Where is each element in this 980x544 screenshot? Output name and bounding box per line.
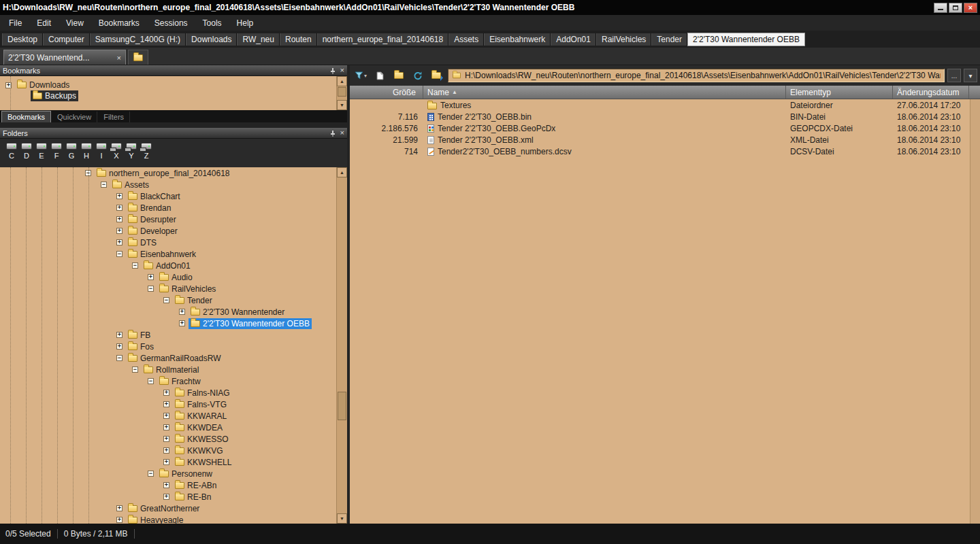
tree-item[interactable]: + KKWKVG	[0, 445, 347, 456]
breadcrumb-item[interactable]: Tender	[651, 33, 687, 46]
file-row[interactable]: 7.116 Tender 2'2'T30_OEBB.bin BIN-Datei …	[350, 111, 980, 122]
folders-scrollbar[interactable]: ▲ ▼	[336, 167, 347, 524]
breadcrumb-item[interactable]: RailVehicles	[596, 33, 651, 46]
menu-item[interactable]: Sessions	[147, 16, 195, 30]
expand-toggle-icon[interactable]: +	[163, 436, 169, 442]
file-row[interactable]: 21.599 Tender 2'2'T30_OEBB.xml XML-Datei…	[350, 134, 980, 146]
close-button[interactable]: ×	[964, 3, 977, 13]
tree-item[interactable]: + KKWARAL	[0, 410, 347, 422]
panel-close-icon[interactable]: ×	[340, 129, 344, 137]
tree-item[interactable]: − AddOn01	[0, 260, 347, 271]
expand-toggle-icon[interactable]: +	[116, 517, 122, 523]
tree-item[interactable]: + Audio	[0, 271, 347, 283]
drive-button[interactable]: G	[64, 143, 79, 160]
tree-item[interactable]: − Tender	[0, 294, 347, 306]
expand-toggle-icon[interactable]: +	[116, 505, 122, 511]
tree-item[interactable]: + KKWSHELL	[0, 456, 347, 468]
expand-toggle-icon[interactable]: +	[116, 205, 122, 211]
breadcrumb-item[interactable]: RW_neu	[237, 33, 279, 46]
tab-close-icon[interactable]: ×	[117, 54, 121, 62]
bookmark-item[interactable]: + Downloads	[0, 80, 347, 90]
column-header[interactable]: Größe	[350, 86, 423, 99]
expand-toggle-icon[interactable]: +	[148, 274, 154, 280]
expand-toggle-icon[interactable]: −	[148, 471, 154, 477]
tree-item[interactable]: − Assets	[0, 179, 347, 190]
panel-tab[interactable]: Filters	[98, 112, 130, 122]
file-list-scrollbar[interactable]	[970, 99, 980, 524]
horizontal-splitter[interactable]	[0, 122, 347, 128]
tree-item[interactable]: + Falns-NIAG	[0, 387, 347, 398]
panel-close-icon[interactable]: ×	[340, 67, 344, 74]
expand-toggle-icon[interactable]: +	[116, 332, 122, 338]
tree-item[interactable]: + FB	[0, 329, 347, 341]
folder-go-button[interactable]	[429, 68, 445, 83]
tree-item[interactable]: + BlackChart	[0, 190, 347, 202]
expand-toggle-icon[interactable]: −	[148, 286, 154, 292]
folder-tab[interactable]: 2'2'T30 Wannentend... ×	[3, 50, 126, 65]
expand-toggle-icon[interactable]: +	[163, 401, 169, 407]
tree-item[interactable]: + Brendan	[0, 202, 347, 214]
menu-item[interactable]: Edit	[29, 16, 59, 30]
tree-item[interactable]: + Fos	[0, 341, 347, 352]
file-row[interactable]: 2.186.576 Tender 2'2'T30_OEBB.GeoPcDx GE…	[350, 122, 980, 134]
expand-toggle-icon[interactable]: +	[116, 216, 122, 222]
tree-item[interactable]: + RE-Bn	[0, 491, 347, 503]
expand-toggle-icon[interactable]: −	[132, 367, 138, 373]
tree-item[interactable]: + DTS	[0, 237, 347, 248]
column-header[interactable]: Elementtyp	[786, 86, 893, 99]
tree-item[interactable]: + 2'2'T30 Wannentender OEBB	[0, 318, 347, 329]
breadcrumb-item[interactable]: northern_europe_final_20140618	[317, 33, 449, 46]
expand-toggle-icon[interactable]: +	[163, 459, 169, 465]
expand-toggle-icon[interactable]: +	[163, 424, 169, 430]
breadcrumb-item[interactable]: Eisenbahnwerk	[484, 33, 551, 46]
expand-toggle-icon[interactable]: +	[179, 320, 185, 326]
expand-toggle-icon[interactable]: +	[116, 343, 122, 350]
tree-item[interactable]: − Eisenbahnwerk	[0, 248, 347, 260]
menu-item[interactable]: Help	[229, 16, 261, 30]
panel-tab[interactable]: Quickview	[52, 112, 97, 122]
drive-button[interactable]: I	[94, 143, 109, 160]
column-header[interactable]: Name ▲	[423, 86, 786, 99]
expand-toggle-icon[interactable]: +	[116, 228, 122, 234]
breadcrumb-item[interactable]: Routen	[280, 33, 317, 46]
drive-button[interactable]: X	[109, 143, 124, 160]
expand-toggle-icon[interactable]: +	[163, 494, 169, 500]
scroll-down-icon[interactable]: ▼	[337, 513, 347, 524]
tree-item[interactable]: + GreatNortherner	[0, 503, 347, 514]
tree-item[interactable]: + Desrupter	[0, 214, 347, 225]
expand-toggle-icon[interactable]: +	[163, 413, 169, 419]
breadcrumb-item[interactable]: Desktop	[2, 33, 43, 46]
column-header[interactable]: Änderungsdatum	[893, 86, 969, 99]
scroll-up-icon[interactable]: ▲	[337, 76, 347, 86]
tree-item[interactable]: + 2'2'T30 Wannentender	[0, 306, 347, 318]
menu-item[interactable]: File	[1, 16, 29, 30]
drive-button[interactable]: Z	[139, 143, 154, 160]
address-more-button[interactable]: ...	[947, 69, 961, 82]
pin-icon[interactable]	[329, 130, 336, 137]
scroll-thumb[interactable]	[338, 87, 346, 97]
tree-item[interactable]: − Personenw	[0, 468, 347, 479]
address-bar[interactable]: H:\Downloads\RW_neu\Routen\northern_euro…	[448, 69, 945, 82]
menu-item[interactable]: View	[59, 16, 91, 30]
drive-button[interactable]: C	[4, 143, 19, 160]
new-tab-button[interactable]	[128, 50, 148, 65]
expand-toggle-icon[interactable]: −	[163, 297, 169, 303]
expand-toggle-icon[interactable]: −	[116, 251, 122, 257]
scroll-up-icon[interactable]: ▲	[337, 167, 347, 177]
drive-button[interactable]: H	[79, 143, 94, 160]
bookmark-item[interactable]: Backups	[0, 90, 347, 101]
new-file-button[interactable]	[372, 68, 388, 83]
expand-toggle-icon[interactable]: +	[163, 482, 169, 488]
file-row[interactable]: Textures Dateiordner 27.06.2014 17:20	[350, 99, 980, 111]
breadcrumb-item[interactable]: Downloads	[186, 33, 237, 46]
scroll-down-icon[interactable]: ▼	[337, 100, 347, 110]
expand-toggle-icon[interactable]: +	[116, 239, 122, 245]
tree-item[interactable]: + Developer	[0, 225, 347, 237]
expand-toggle-icon[interactable]: +	[163, 447, 169, 454]
expand-toggle-icon[interactable]: −	[101, 182, 107, 188]
maximize-button[interactable]	[949, 3, 962, 13]
tree-item[interactable]: − northern_europe_final_20140618	[0, 167, 347, 179]
tree-item[interactable]: + KKWDEA	[0, 422, 347, 433]
tree-item[interactable]: + Heavyeagle	[0, 514, 347, 524]
address-dropdown-button[interactable]: ▾	[964, 69, 977, 82]
